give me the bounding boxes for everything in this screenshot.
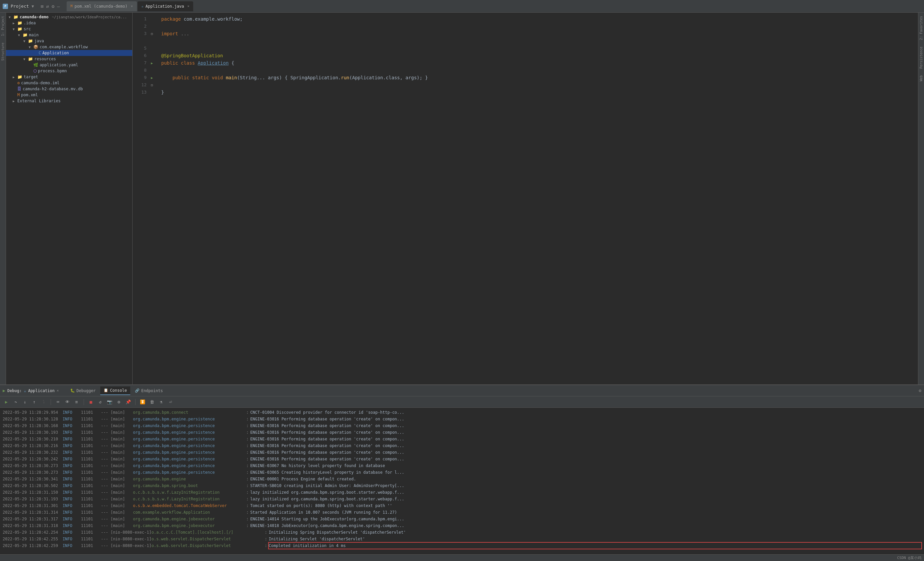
log-date: 2022-05-29 11:28:30.273 [3,470,63,476]
line-num-6: 6 [133,52,147,59]
step-out-btn[interactable]: ↑ [31,398,38,406]
tree-resources[interactable]: ▼ 📁 resources [6,56,132,62]
log-level: INFO [63,470,81,476]
evaluate-btn[interactable]: ⌨ [54,398,62,406]
log-source: main] [113,496,133,502]
settings-gear-icon[interactable]: ⚙ [919,388,921,393]
log-thread: 11101 [81,476,101,482]
log-sep: : [246,436,250,442]
soft-wrap-btn[interactable]: ⏎ [167,398,174,406]
iml-icon: ⚙ [17,81,20,85]
tree-target[interactable]: ▶ 📁 target [6,74,132,80]
target-label: target [24,75,38,79]
stop-btn[interactable]: ■ [87,398,94,406]
project-dropdown-icon[interactable]: ▼ [32,4,34,9]
log-thread: 11101 [81,503,101,509]
gutter-3-fold[interactable]: ⊟ [149,30,154,37]
tree-root[interactable]: ▼ 📁 camunda-demo ~/jiangtao/work/IdeaPro… [6,14,132,20]
gutter-9-run[interactable]: ▶ [149,74,154,81]
tree-src[interactable]: ▼ 📁 src [6,26,132,32]
log-sep: : [246,423,250,429]
log-row: 2022-05-29 11:28:30.232 INFO 11101 --- [… [0,449,924,456]
code-content[interactable]: package com.example.workflow; import ...… [157,13,918,384]
camera-btn[interactable]: 📷 [106,398,113,406]
resume-btn[interactable]: ▶ [3,398,10,406]
log-msg: ENGINE-03016 Performing database operati… [250,429,921,435]
settings-icon[interactable]: ⚙ [52,4,54,9]
log-source: nio-8080-exec-1] [113,536,152,542]
tab-application-java[interactable]: ☕ Application.java × [138,2,194,11]
config-icon[interactable]: ⇄ [46,4,49,9]
console-content[interactable]: 2022-05-29 11:28:29.954 INFO 11101 --- [… [0,408,924,554]
import-ellipsis: ... [181,30,189,37]
log-level: INFO [63,423,81,429]
idea-label: .idea [24,21,36,26]
tree-db[interactable]: 🗄 camunda-h2-database.mv.db [6,86,132,92]
tree-external-libs[interactable]: ▶ External Libraries [6,98,132,104]
tab-pom-label: pom.xml (camunda-demo) [75,4,128,9]
right-label-web[interactable]: Web [919,72,924,85]
log-msg: lazy initialized org.camunda.bpm.spring.… [250,496,921,502]
log-msg: ENGINE-03067 No history level property f… [250,463,921,469]
tree-yaml[interactable]: 🌿 application.yaml [6,62,132,68]
settings-btn[interactable]: ⚙ [115,398,123,406]
right-label-favorites[interactable]: 2: Favorites [919,13,924,43]
endpoints-label: Endpoints [141,388,163,393]
gutter-12-fold[interactable]: ⊟ [149,81,154,88]
scroll-end-btn[interactable]: ⏬ [139,398,146,406]
log-sep: : [246,509,250,515]
gutter-1 [149,15,154,22]
log-date: 2022-05-29 11:28:30.502 [3,483,63,489]
tab-java-close[interactable]: × [187,4,189,8]
log-thread: 11101 [81,416,101,422]
log-row-highlighted: 2022-05-29 11:28:42.259 INFO 11101 --- [… [0,542,924,549]
log-class: org.camunda.bpm.connect [133,410,246,416]
clear-btn[interactable]: 🗑 [148,398,156,406]
app-tab-label[interactable]: Application [28,388,54,393]
log-row: 2022-05-29 11:28:31.193 INFO 11101 --- [… [0,496,924,502]
step-into-btn[interactable]: ↓ [21,398,28,406]
step-over-btn[interactable]: ↷ [12,398,20,406]
tree-package[interactable]: ▼ 📦 com.example.workflow [6,44,132,50]
app-tab-icon: ☕ [24,388,26,393]
log-thread: 11101 [81,423,101,429]
tree-idea[interactable]: ▶ 📁 .idea [6,20,132,26]
tree-application[interactable]: C Application [6,50,132,56]
log-row: 2022-05-29 11:28:31.314 INFO 11101 --- [… [0,509,924,516]
tree-main[interactable]: ▼ 📁 main [6,32,132,38]
right-label-persistence[interactable]: Persistence [919,43,924,72]
tab-pom-close[interactable]: × [131,4,133,8]
tab-pom-xml[interactable]: M pom.xml (camunda-demo) × [67,2,137,11]
log-date: 2022-05-29 11:28:31.318 [3,523,63,529]
log-date: 2022-05-29 11:28:30.168 [3,423,63,429]
structure-label[interactable]: Structure [0,39,5,64]
log-class: org.camunda.bpm.spring.boot [133,483,246,489]
chevron-icon: ▶ [13,75,16,79]
minimize-icon[interactable]: — [57,4,60,9]
watch-btn[interactable]: 👁 [64,398,71,406]
tree-pom[interactable]: M pom.xml [6,92,132,98]
gutter-7-run[interactable]: ▶ [149,59,154,67]
tree-iml[interactable]: ⚙ camunda-demo.iml [6,80,132,86]
tab-console[interactable]: 📋 Console [100,386,130,395]
layout-icon[interactable]: ⊞ [40,4,43,9]
project-panel-label[interactable]: 1: Project [0,13,5,39]
log-date: 2022-05-29 11:28:31.193 [3,496,63,502]
tab-endpoints[interactable]: 🔗 Endpoints [132,386,166,395]
restart-btn[interactable]: ↺ [97,398,104,406]
tree-java[interactable]: ▼ 📁 java [6,38,132,44]
run-to-cursor-btn[interactable]: ⤵ [40,398,47,406]
app-tab-close[interactable]: × [57,388,59,393]
code-line-6: @SpringBootApplication [161,52,914,59]
code-line-13: } [161,88,914,96]
threads-btn[interactable]: ≡ [73,398,80,406]
line-num-12: 12 [133,81,147,88]
log-row: 2022-05-29 11:28:30.502 INFO 11101 --- [… [0,482,924,489]
tree-bpmn[interactable]: ⬡ process.bpmn [6,68,132,74]
filter-btn[interactable]: ⚗ [158,398,165,406]
tab-debugger[interactable]: 🐛 Debugger [67,386,99,395]
code-area[interactable]: 1 2 3 5 6 7 8 9 12 13 ⊟ ▶ [133,13,918,384]
pin-btn[interactable]: 📌 [124,398,132,406]
code-line-3: import ... [161,30,914,37]
chevron-icon: ▼ [13,27,16,31]
